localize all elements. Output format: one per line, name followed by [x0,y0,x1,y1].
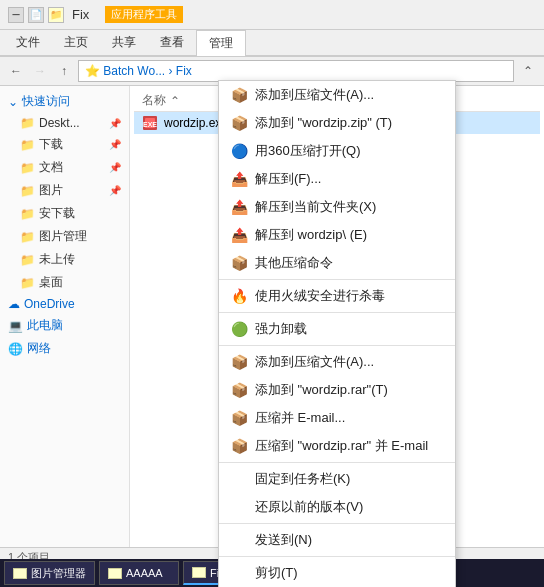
context-menu-item-icon: 📦 [231,255,247,271]
tab-share[interactable]: 共享 [100,30,148,55]
context-menu-item-label: 添加到压缩文件(A)... [255,86,374,104]
context-menu-item-icon: 🔥 [231,288,247,304]
sidebar-item-desktop2[interactable]: 📁 桌面 [0,271,129,294]
context-menu-item[interactable]: 📤解压到(F)... [219,165,455,193]
context-menu-item-label: 解压到当前文件夹(X) [255,198,376,216]
sort-icon: ⌃ [518,61,538,81]
pin-icon-pictures: 📌 [109,185,121,196]
context-menu-separator [219,523,455,524]
exe-icon: EXE [142,115,158,131]
sidebar-item-img-manager[interactable]: 📁 图片管理 [0,225,129,248]
window-controls[interactable]: ─ 📄 📁 [8,7,64,23]
context-menu-item-label: 强力卸载 [255,320,307,338]
address-path[interactable]: ⭐ Batch Wo... › Fix [78,60,514,82]
context-menu-item[interactable]: 📦添加到 "wordzip.zip" (T) [219,109,455,137]
taskbar-folder-icon-2 [108,568,122,579]
sidebar-item-downloads[interactable]: 📁 下载 📌 [0,133,129,156]
context-menu-item[interactable]: 📦添加到 "wordzip.rar"(T) [219,376,455,404]
sidebar-label-downloads: 下载 [39,136,63,153]
up-button[interactable]: ↑ [54,61,74,81]
taskbar-label-2: AAAAA [126,567,163,579]
ribbon-tab-bar: 文件 主页 共享 查看 管理 [0,30,544,56]
tab-manage[interactable]: 管理 [196,30,246,56]
context-menu-item-icon: 📦 [231,410,247,426]
sidebar-item-desktop[interactable]: 📁 Deskt... 📌 [0,113,129,133]
back-button[interactable]: ← [6,61,26,81]
folder-icon-desktop: 📁 [20,116,35,130]
context-menu-item[interactable]: 📦压缩并 E-mail... [219,404,455,432]
sidebar-item-pictures[interactable]: 📁 图片 📌 [0,179,129,202]
tab-home[interactable]: 主页 [52,30,100,55]
network-header[interactable]: 🌐 网络 [0,337,129,360]
sidebar-label-documents: 文档 [39,159,63,176]
network-icon: 🌐 [8,342,23,356]
this-pc-label: 此电脑 [27,317,63,334]
taskbar-item-imgmanager[interactable]: 图片管理器 [4,561,95,585]
app-tools-badge: 应用程序工具 [105,6,183,23]
context-menu-item[interactable]: 📤解压到当前文件夹(X) [219,193,455,221]
sidebar-label-desktop2: 桌面 [39,274,63,291]
context-menu-item[interactable]: 📦添加到压缩文件(A)... [219,81,455,109]
pin-icon-downloads: 📌 [109,139,121,150]
network-label: 网络 [27,340,51,357]
taskbar-label-1: 图片管理器 [31,566,86,581]
context-menu-item[interactable]: 发送到(N) [219,526,455,554]
minimize-button[interactable]: ─ [8,7,24,23]
context-menu-item-icon: 🔵 [231,143,247,159]
context-menu-item[interactable]: 🟢强力卸载 [219,315,455,343]
context-menu-item-label: 剪切(T) [255,564,298,582]
page-icon: 📄 [28,7,44,23]
folder-icon-img: 📁 [20,230,35,244]
context-menu-item[interactable]: 📦添加到压缩文件(A)... [219,348,455,376]
context-menu-item-label: 添加到 "wordzip.rar"(T) [255,381,388,399]
tab-file[interactable]: 文件 [4,30,52,55]
context-menu-separator [219,345,455,346]
taskbar-item-aaaaa[interactable]: AAAAA [99,561,179,585]
tab-view[interactable]: 查看 [148,30,196,55]
context-menu-item[interactable]: 🔵用360压缩打开(Q) [219,137,455,165]
title-bar: ─ 📄 📁 Fix 应用程序工具 [0,0,544,30]
context-menu-separator [219,556,455,557]
context-menu-item[interactable]: 固定到任务栏(K) [219,465,455,493]
forward-button[interactable]: → [30,61,50,81]
context-menu-item-label: 固定到任务栏(K) [255,470,350,488]
folder-icon-title: 📁 [48,7,64,23]
context-menu: 📦添加到压缩文件(A)...📦添加到 "wordzip.zip" (T)🔵用36… [218,80,456,587]
context-menu-item-icon: 🟢 [231,321,247,337]
context-menu-item-label: 压缩并 E-mail... [255,409,345,427]
context-menu-item-label: 使用火绒安全进行杀毒 [255,287,385,305]
sidebar-item-not-uploaded[interactable]: 📁 未上传 [0,248,129,271]
folder-icon-an: 📁 [20,207,35,221]
onedrive-header[interactable]: ☁ OneDrive [0,294,129,314]
context-menu-item-label: 其他压缩命令 [255,254,333,272]
context-menu-item[interactable]: 还原以前的版本(V) [219,493,455,521]
folder-icon-downloads: 📁 [20,138,35,152]
context-menu-item-label: 解压到 wordzip\ (E) [255,226,367,244]
context-menu-item[interactable]: 📤解压到 wordzip\ (E) [219,221,455,249]
context-menu-item-icon: 📦 [231,115,247,131]
context-menu-item[interactable]: 剪切(T) [219,559,455,587]
pc-icon: 💻 [8,319,23,333]
context-menu-item-icon: 📤 [231,171,247,187]
sidebar-item-an-downloads[interactable]: 📁 安下载 [0,202,129,225]
context-menu-item-label: 添加到 "wordzip.zip" (T) [255,114,392,132]
context-menu-item[interactable]: 🔥使用火绒安全进行杀毒 [219,282,455,310]
quick-access-header[interactable]: ⌄ 快速访问 [0,90,129,113]
sidebar-item-documents[interactable]: 📁 文档 📌 [0,156,129,179]
taskbar-folder-icon-1 [13,568,27,579]
pin-icon-desktop: 📌 [109,118,121,129]
context-menu-item-label: 添加到压缩文件(A)... [255,353,374,371]
context-menu-item-label: 解压到(F)... [255,170,321,188]
context-menu-item[interactable]: 📦压缩到 "wordzip.rar" 并 E-mail [219,432,455,460]
context-menu-item-icon: 📦 [231,87,247,103]
cloud-icon: ☁ [8,297,20,311]
onedrive-label: OneDrive [24,297,75,311]
taskbar-folder-icon-3 [192,567,206,578]
this-pc-header[interactable]: 💻 此电脑 [0,314,129,337]
sidebar-label-img: 图片管理 [39,228,87,245]
context-menu-item-icon: 📤 [231,199,247,215]
context-menu-item-label: 用360压缩打开(Q) [255,142,360,160]
context-menu-item[interactable]: 📦其他压缩命令 [219,249,455,277]
context-menu-separator [219,279,455,280]
window-title: Fix [72,7,89,22]
